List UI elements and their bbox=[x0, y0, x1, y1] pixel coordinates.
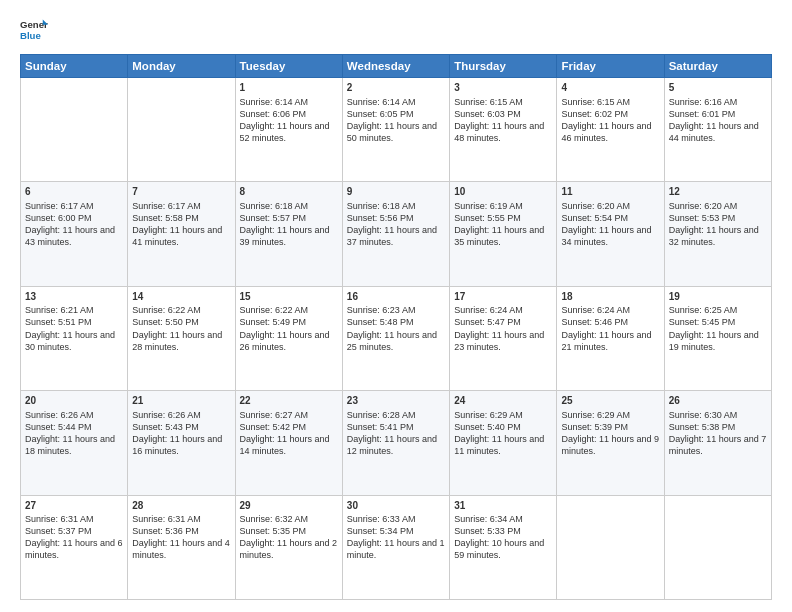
day-info: Sunrise: 6:30 AM Sunset: 5:38 PM Dayligh… bbox=[669, 409, 767, 458]
day-info: Sunrise: 6:23 AM Sunset: 5:48 PM Dayligh… bbox=[347, 304, 445, 353]
day-info: Sunrise: 6:15 AM Sunset: 6:03 PM Dayligh… bbox=[454, 96, 552, 145]
day-info: Sunrise: 6:29 AM Sunset: 5:39 PM Dayligh… bbox=[561, 409, 659, 458]
calendar-cell: 21Sunrise: 6:26 AM Sunset: 5:43 PM Dayli… bbox=[128, 391, 235, 495]
weekday-header-tuesday: Tuesday bbox=[235, 55, 342, 78]
day-number: 28 bbox=[132, 499, 230, 513]
day-number: 14 bbox=[132, 290, 230, 304]
day-number: 13 bbox=[25, 290, 123, 304]
day-number: 8 bbox=[240, 185, 338, 199]
day-info: Sunrise: 6:19 AM Sunset: 5:55 PM Dayligh… bbox=[454, 200, 552, 249]
day-info: Sunrise: 6:17 AM Sunset: 5:58 PM Dayligh… bbox=[132, 200, 230, 249]
calendar-cell: 28Sunrise: 6:31 AM Sunset: 5:36 PM Dayli… bbox=[128, 495, 235, 599]
calendar-cell: 10Sunrise: 6:19 AM Sunset: 5:55 PM Dayli… bbox=[450, 182, 557, 286]
day-info: Sunrise: 6:16 AM Sunset: 6:01 PM Dayligh… bbox=[669, 96, 767, 145]
day-info: Sunrise: 6:14 AM Sunset: 6:05 PM Dayligh… bbox=[347, 96, 445, 145]
calendar-cell: 23Sunrise: 6:28 AM Sunset: 5:41 PM Dayli… bbox=[342, 391, 449, 495]
day-info: Sunrise: 6:15 AM Sunset: 6:02 PM Dayligh… bbox=[561, 96, 659, 145]
calendar-cell: 7Sunrise: 6:17 AM Sunset: 5:58 PM Daylig… bbox=[128, 182, 235, 286]
calendar-week-row: 13Sunrise: 6:21 AM Sunset: 5:51 PM Dayli… bbox=[21, 286, 772, 390]
day-info: Sunrise: 6:20 AM Sunset: 5:54 PM Dayligh… bbox=[561, 200, 659, 249]
day-number: 25 bbox=[561, 394, 659, 408]
day-number: 15 bbox=[240, 290, 338, 304]
day-number: 31 bbox=[454, 499, 552, 513]
calendar-cell: 22Sunrise: 6:27 AM Sunset: 5:42 PM Dayli… bbox=[235, 391, 342, 495]
calendar-cell: 30Sunrise: 6:33 AM Sunset: 5:34 PM Dayli… bbox=[342, 495, 449, 599]
calendar-cell: 24Sunrise: 6:29 AM Sunset: 5:40 PM Dayli… bbox=[450, 391, 557, 495]
day-number: 26 bbox=[669, 394, 767, 408]
day-number: 24 bbox=[454, 394, 552, 408]
calendar-cell: 11Sunrise: 6:20 AM Sunset: 5:54 PM Dayli… bbox=[557, 182, 664, 286]
calendar-cell: 2Sunrise: 6:14 AM Sunset: 6:05 PM Daylig… bbox=[342, 78, 449, 182]
page: General Blue SundayMondayTuesdayWednesda… bbox=[0, 0, 792, 612]
day-info: Sunrise: 6:33 AM Sunset: 5:34 PM Dayligh… bbox=[347, 513, 445, 562]
day-info: Sunrise: 6:26 AM Sunset: 5:43 PM Dayligh… bbox=[132, 409, 230, 458]
day-info: Sunrise: 6:27 AM Sunset: 5:42 PM Dayligh… bbox=[240, 409, 338, 458]
calendar-cell: 6Sunrise: 6:17 AM Sunset: 6:00 PM Daylig… bbox=[21, 182, 128, 286]
day-number: 9 bbox=[347, 185, 445, 199]
logo-icon: General Blue bbox=[20, 16, 48, 44]
day-number: 22 bbox=[240, 394, 338, 408]
calendar-cell: 8Sunrise: 6:18 AM Sunset: 5:57 PM Daylig… bbox=[235, 182, 342, 286]
day-number: 1 bbox=[240, 81, 338, 95]
day-info: Sunrise: 6:32 AM Sunset: 5:35 PM Dayligh… bbox=[240, 513, 338, 562]
calendar-cell: 29Sunrise: 6:32 AM Sunset: 5:35 PM Dayli… bbox=[235, 495, 342, 599]
day-number: 4 bbox=[561, 81, 659, 95]
weekday-header-monday: Monday bbox=[128, 55, 235, 78]
calendar-cell: 31Sunrise: 6:34 AM Sunset: 5:33 PM Dayli… bbox=[450, 495, 557, 599]
weekday-header-row: SundayMondayTuesdayWednesdayThursdayFrid… bbox=[21, 55, 772, 78]
day-number: 29 bbox=[240, 499, 338, 513]
calendar-cell bbox=[21, 78, 128, 182]
day-info: Sunrise: 6:22 AM Sunset: 5:49 PM Dayligh… bbox=[240, 304, 338, 353]
weekday-header-thursday: Thursday bbox=[450, 55, 557, 78]
weekday-header-sunday: Sunday bbox=[21, 55, 128, 78]
day-number: 17 bbox=[454, 290, 552, 304]
day-info: Sunrise: 6:28 AM Sunset: 5:41 PM Dayligh… bbox=[347, 409, 445, 458]
calendar-cell: 26Sunrise: 6:30 AM Sunset: 5:38 PM Dayli… bbox=[664, 391, 771, 495]
day-info: Sunrise: 6:21 AM Sunset: 5:51 PM Dayligh… bbox=[25, 304, 123, 353]
calendar-cell: 20Sunrise: 6:26 AM Sunset: 5:44 PM Dayli… bbox=[21, 391, 128, 495]
calendar-cell: 12Sunrise: 6:20 AM Sunset: 5:53 PM Dayli… bbox=[664, 182, 771, 286]
day-info: Sunrise: 6:34 AM Sunset: 5:33 PM Dayligh… bbox=[454, 513, 552, 562]
day-number: 5 bbox=[669, 81, 767, 95]
day-info: Sunrise: 6:24 AM Sunset: 5:46 PM Dayligh… bbox=[561, 304, 659, 353]
day-info: Sunrise: 6:20 AM Sunset: 5:53 PM Dayligh… bbox=[669, 200, 767, 249]
day-info: Sunrise: 6:26 AM Sunset: 5:44 PM Dayligh… bbox=[25, 409, 123, 458]
calendar-table: SundayMondayTuesdayWednesdayThursdayFrid… bbox=[20, 54, 772, 600]
day-number: 2 bbox=[347, 81, 445, 95]
calendar-cell: 9Sunrise: 6:18 AM Sunset: 5:56 PM Daylig… bbox=[342, 182, 449, 286]
weekday-header-friday: Friday bbox=[557, 55, 664, 78]
day-info: Sunrise: 6:29 AM Sunset: 5:40 PM Dayligh… bbox=[454, 409, 552, 458]
calendar-cell: 13Sunrise: 6:21 AM Sunset: 5:51 PM Dayli… bbox=[21, 286, 128, 390]
day-number: 21 bbox=[132, 394, 230, 408]
calendar-cell: 4Sunrise: 6:15 AM Sunset: 6:02 PM Daylig… bbox=[557, 78, 664, 182]
day-number: 23 bbox=[347, 394, 445, 408]
day-number: 20 bbox=[25, 394, 123, 408]
calendar-cell: 5Sunrise: 6:16 AM Sunset: 6:01 PM Daylig… bbox=[664, 78, 771, 182]
calendar-week-row: 1Sunrise: 6:14 AM Sunset: 6:06 PM Daylig… bbox=[21, 78, 772, 182]
calendar-cell: 14Sunrise: 6:22 AM Sunset: 5:50 PM Dayli… bbox=[128, 286, 235, 390]
calendar-cell bbox=[557, 495, 664, 599]
calendar-cell bbox=[128, 78, 235, 182]
calendar-cell: 17Sunrise: 6:24 AM Sunset: 5:47 PM Dayli… bbox=[450, 286, 557, 390]
day-number: 30 bbox=[347, 499, 445, 513]
day-number: 11 bbox=[561, 185, 659, 199]
calendar-cell: 16Sunrise: 6:23 AM Sunset: 5:48 PM Dayli… bbox=[342, 286, 449, 390]
svg-text:Blue: Blue bbox=[20, 30, 41, 41]
day-info: Sunrise: 6:22 AM Sunset: 5:50 PM Dayligh… bbox=[132, 304, 230, 353]
calendar-cell: 27Sunrise: 6:31 AM Sunset: 5:37 PM Dayli… bbox=[21, 495, 128, 599]
day-number: 19 bbox=[669, 290, 767, 304]
weekday-header-wednesday: Wednesday bbox=[342, 55, 449, 78]
day-info: Sunrise: 6:14 AM Sunset: 6:06 PM Dayligh… bbox=[240, 96, 338, 145]
day-info: Sunrise: 6:31 AM Sunset: 5:36 PM Dayligh… bbox=[132, 513, 230, 562]
day-number: 7 bbox=[132, 185, 230, 199]
calendar-cell: 19Sunrise: 6:25 AM Sunset: 5:45 PM Dayli… bbox=[664, 286, 771, 390]
day-info: Sunrise: 6:25 AM Sunset: 5:45 PM Dayligh… bbox=[669, 304, 767, 353]
header: General Blue bbox=[20, 16, 772, 44]
calendar-cell bbox=[664, 495, 771, 599]
calendar-week-row: 6Sunrise: 6:17 AM Sunset: 6:00 PM Daylig… bbox=[21, 182, 772, 286]
calendar-cell: 18Sunrise: 6:24 AM Sunset: 5:46 PM Dayli… bbox=[557, 286, 664, 390]
day-info: Sunrise: 6:24 AM Sunset: 5:47 PM Dayligh… bbox=[454, 304, 552, 353]
day-info: Sunrise: 6:17 AM Sunset: 6:00 PM Dayligh… bbox=[25, 200, 123, 249]
logo: General Blue bbox=[20, 16, 48, 44]
day-number: 10 bbox=[454, 185, 552, 199]
